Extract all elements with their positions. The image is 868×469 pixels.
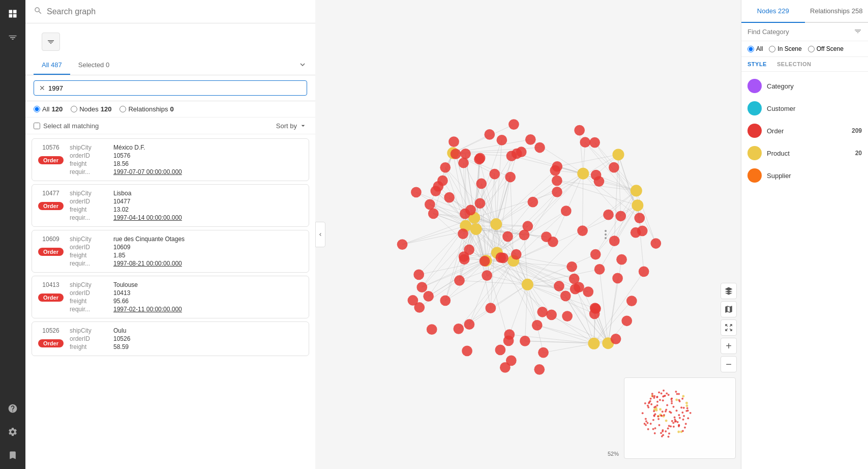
radio-off-scene[interactable] [808, 46, 815, 52]
svg-point-482 [675, 420, 677, 422]
radio-in-scene-label[interactable]: In Scene [769, 45, 801, 52]
radio-all-scene[interactable] [747, 46, 754, 52]
sort-button[interactable]: Sort by [276, 122, 307, 130]
svg-line-51 [511, 177, 514, 261]
layout-icon[interactable] [721, 283, 737, 299]
results-list: 10576OrdershipCityMéxico D.F.orderID1057… [25, 134, 315, 469]
radio-filter-row: All 120 Nodes 120 Relationships 0 [25, 101, 315, 118]
svg-line-213 [402, 226, 466, 245]
radio-all[interactable] [34, 106, 40, 112]
svg-point-494 [652, 395, 654, 397]
result-card[interactable]: 10477OrdershipCityLisboaorderID10477frei… [32, 184, 309, 227]
radio-nodes-label[interactable]: Nodes 120 [71, 105, 111, 113]
field-label: freight [70, 206, 110, 213]
svg-point-386 [427, 324, 437, 335]
svg-line-8 [487, 276, 528, 285]
svg-point-444 [678, 393, 680, 395]
svg-point-366 [453, 324, 464, 334]
fit-icon[interactable] [721, 319, 737, 336]
svg-point-420 [654, 432, 656, 434]
svg-point-363 [503, 336, 514, 346]
bookmark-icon[interactable] [5, 448, 20, 463]
svg-point-491 [672, 422, 674, 424]
result-card[interactable]: 10609OrdershipCityrue des Cinquante Otag… [32, 230, 309, 273]
tab-relationships[interactable]: Relationships 258 [805, 0, 869, 23]
grid-icon[interactable] [5, 6, 20, 21]
result-card[interactable]: 10526OrdershipCityOuluorderID10526freigh… [32, 321, 309, 356]
radio-relationships-label[interactable]: Relationships 0 [119, 105, 173, 113]
search-input[interactable] [47, 7, 307, 16]
filter-button[interactable] [42, 33, 60, 51]
result-card[interactable]: 10413OrdershipCityToulouseorderID10413fr… [32, 276, 309, 318]
svg-point-341 [425, 199, 435, 210]
search-filter-row: ✕ [25, 75, 315, 101]
resize-handle[interactable] [603, 226, 609, 243]
tab-all[interactable]: All 487 [34, 56, 70, 75]
svg-point-505 [671, 402, 673, 404]
svg-point-489 [653, 395, 655, 397]
node-type-name: Customer [767, 105, 862, 112]
radio-nodes[interactable] [71, 106, 77, 112]
svg-point-500 [686, 407, 689, 409]
svg-point-503 [665, 411, 667, 413]
node-type-item[interactable]: Category [741, 75, 868, 97]
svg-point-413 [681, 412, 683, 414]
settings-icon[interactable] [5, 424, 20, 439]
select-all-checkbox[interactable] [34, 123, 40, 129]
tabs-container: All 487 Selected 0 [25, 56, 315, 75]
svg-point-320 [626, 296, 637, 306]
svg-point-499 [662, 434, 664, 436]
svg-point-382 [444, 192, 455, 203]
help-icon[interactable] [5, 401, 20, 416]
svg-point-338 [397, 239, 408, 250]
result-details: shipCityrue des Cinquante OtagesorderID1… [70, 236, 303, 267]
svg-point-331 [428, 209, 439, 219]
svg-point-370 [465, 204, 476, 215]
filter-input[interactable] [48, 84, 302, 92]
radio-all-label[interactable]: All 120 [34, 105, 63, 113]
svg-point-397 [682, 395, 684, 397]
filter-funnel-icon[interactable] [854, 27, 862, 37]
result-card[interactable]: 10576OrdershipCityMéxico D.F.orderID1057… [32, 138, 309, 181]
collapse-panel-button[interactable] [315, 222, 325, 247]
sidebar [0, 0, 25, 469]
field-value: Oulu [113, 327, 303, 334]
map-icon[interactable] [721, 301, 737, 317]
tab-chevron-icon[interactable] [298, 60, 307, 71]
svg-point-434 [658, 392, 660, 394]
tab-selected[interactable]: Selected 0 [70, 56, 117, 75]
zoom-in-button[interactable]: + [721, 338, 737, 354]
radio-in-scene[interactable] [769, 46, 775, 52]
style-header[interactable]: STYLE [747, 61, 767, 67]
svg-point-435 [657, 418, 660, 420]
clear-search-icon[interactable]: ✕ [39, 84, 45, 92]
svg-point-381 [561, 206, 572, 216]
svg-point-412 [661, 393, 663, 395]
svg-line-141 [496, 181, 557, 224]
node-type-item[interactable]: Order209 [741, 120, 868, 142]
svg-point-379 [506, 355, 517, 366]
svg-point-418 [668, 425, 670, 427]
find-category-input[interactable] [747, 28, 851, 36]
svg-point-488 [679, 400, 681, 402]
radio-all-scene-label[interactable]: All [747, 45, 763, 52]
svg-point-490 [654, 406, 656, 408]
node-type-item[interactable]: Product20 [741, 142, 868, 164]
selection-header[interactable]: SELECTION [777, 61, 811, 67]
minimap[interactable] [624, 377, 736, 459]
svg-point-509 [644, 402, 646, 404]
svg-point-388 [590, 303, 601, 313]
radio-off-scene-label[interactable]: Off Scene [808, 45, 844, 52]
filter-icon[interactable] [5, 30, 20, 45]
svg-point-339 [631, 227, 641, 238]
node-type-item[interactable]: Customer [741, 97, 868, 120]
svg-point-376 [454, 275, 465, 286]
svg-point-483 [662, 430, 664, 432]
tab-nodes[interactable]: Nodes 229 [741, 0, 805, 23]
svg-point-402 [685, 402, 688, 404]
radio-relationships[interactable] [119, 106, 126, 112]
field-value: 10477 [113, 198, 303, 205]
select-all-label[interactable]: Select all matching [34, 122, 99, 130]
zoom-out-button[interactable]: − [721, 356, 737, 372]
node-type-item[interactable]: Supplier [741, 164, 868, 187]
